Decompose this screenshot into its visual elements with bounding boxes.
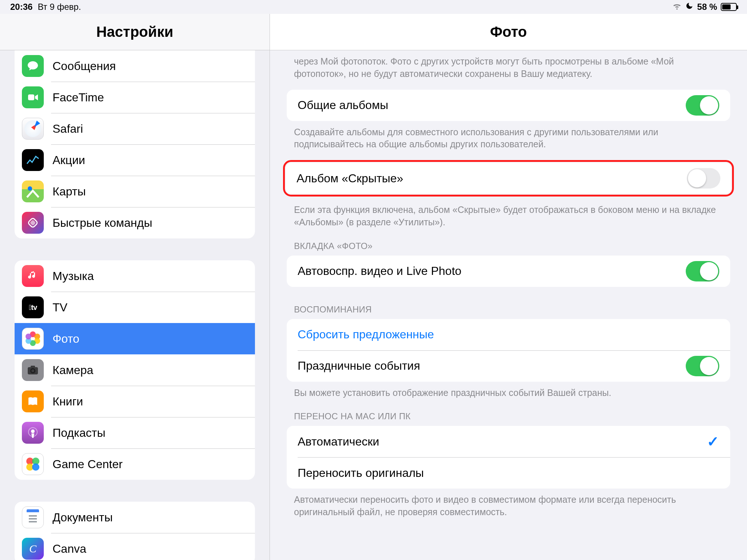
photostream-description: через Мой фотопоток. Фото с других устро… <box>287 50 730 80</box>
sidebar-item-label: Книги <box>53 395 83 408</box>
section-transfer: ПЕРЕНОС НА MAC ИЛИ ПК <box>287 399 730 426</box>
maps-icon <box>22 180 44 202</box>
svg-point-8 <box>31 429 35 433</box>
sidebar-item-label: Game Center <box>53 458 123 471</box>
sidebar-item-label: Акции <box>53 153 85 167</box>
sidebar-item-label: Safari <box>53 122 83 136</box>
status-time: 20:36 <box>10 2 32 12</box>
sidebar-item-camera[interactable]: Камера <box>15 354 255 386</box>
transfer-description: Автоматически переносить фото и видео в … <box>287 489 730 518</box>
sidebar-item-music[interactable]: Музыка <box>15 260 255 292</box>
sidebar-item-podcasts[interactable]: Подкасты <box>15 417 255 448</box>
sidebar-item-canva[interactable]: C Canva <box>15 533 255 560</box>
sidebar-item-safari[interactable]: Safari <box>15 113 255 144</box>
status-bar: 20:36 Вт 9 февр. 58 % <box>0 0 747 14</box>
safari-icon <box>22 118 44 140</box>
sidebar-title: Настройки <box>0 14 270 50</box>
sidebar-item-facetime[interactable]: FaceTime <box>15 82 255 113</box>
sidebar-item-label: Документы <box>53 511 113 524</box>
sidebar-item-photos[interactable]: Фото <box>15 323 255 354</box>
music-icon <box>22 265 44 287</box>
page-title: Фото <box>270 14 747 50</box>
do-not-disturb-icon <box>685 2 693 12</box>
holiday-events-row[interactable]: Праздничные события <box>287 350 730 382</box>
section-photo-tab: ВКЛАДКА «ФОТО» <box>287 229 730 256</box>
battery-percent: 58 % <box>697 2 717 12</box>
checkmark-icon: ✓ <box>707 433 719 450</box>
shared-albums-description: Создавайте альбомы для совместного испол… <box>287 121 730 151</box>
canva-icon: C <box>22 538 44 560</box>
shared-albums-toggle[interactable] <box>686 95 719 116</box>
documents-icon <box>22 506 44 528</box>
sidebar-item-label: TV <box>53 301 67 314</box>
status-date: Вт 9 февр. <box>38 2 81 12</box>
stocks-icon <box>22 149 44 171</box>
sidebar-item-gamecenter[interactable]: Game Center <box>15 448 255 480</box>
books-icon <box>22 390 44 412</box>
sidebar-item-label: Canva <box>53 542 86 556</box>
sidebar-item-label: Подкасты <box>53 426 105 440</box>
holiday-events-label: Праздничные события <box>298 359 420 373</box>
photos-icon <box>22 328 44 350</box>
sidebar-item-maps[interactable]: Карты <box>15 176 255 207</box>
transfer-originals-row[interactable]: Переносить оригиналы <box>287 457 730 489</box>
holiday-events-description: Вы можете установить отображение праздни… <box>287 382 730 399</box>
gamecenter-icon <box>22 453 44 475</box>
shared-albums-row[interactable]: Общие альбомы <box>287 90 730 121</box>
reset-suggested-label: Сбросить предложенные <box>298 328 434 341</box>
svg-rect-7 <box>31 366 35 368</box>
shared-albums-label: Общие альбомы <box>298 98 388 112</box>
facetime-icon <box>22 86 44 108</box>
wifi-icon <box>672 2 682 12</box>
sidebar-item-books[interactable]: Книги <box>15 386 255 417</box>
sidebar-item-label: Быстрые команды <box>53 216 152 230</box>
sidebar-item-stocks[interactable]: Акции <box>15 144 255 176</box>
reset-suggested-row[interactable]: Сбросить предложенные <box>287 319 730 350</box>
sidebar-item-messages[interactable]: Сообщения <box>15 50 255 82</box>
svg-point-6 <box>31 369 34 372</box>
section-memories: ВОСПОМИНАНИЯ <box>287 287 730 319</box>
hidden-album-label: Альбом «Скрытые» <box>297 172 403 185</box>
transfer-automatic-row[interactable]: Автоматически ✓ <box>287 426 730 457</box>
sidebar-item-label: Фото <box>53 332 80 346</box>
sidebar-item-label: Музыка <box>53 269 94 283</box>
sidebar-item-label: FaceTime <box>53 91 104 104</box>
highlight-box: Альбом «Скрытые» <box>283 160 734 197</box>
sidebar-item-tv[interactable]: tv TV <box>15 292 255 323</box>
settings-sidebar: Сообщения FaceTime Safari Акции <box>0 50 270 560</box>
messages-icon <box>22 55 44 77</box>
shortcuts-icon <box>22 212 44 234</box>
svg-rect-3 <box>30 220 36 226</box>
svg-rect-0 <box>28 94 34 100</box>
svg-point-1 <box>28 186 32 191</box>
podcasts-icon <box>22 422 44 444</box>
hidden-album-description: Если эта функция включена, альбом «Скрыт… <box>287 200 730 229</box>
sidebar-item-label: Сообщения <box>53 59 116 73</box>
sidebar-item-label: Карты <box>53 185 86 198</box>
sidebar-item-documents[interactable]: Документы <box>15 502 255 533</box>
autoplay-toggle[interactable] <box>686 261 719 281</box>
sidebar-item-label: Камера <box>53 363 93 377</box>
hidden-album-row[interactable]: Альбом «Скрытые» <box>286 163 731 194</box>
battery-icon <box>721 3 737 11</box>
tv-icon: tv <box>22 296 44 318</box>
transfer-automatic-label: Автоматически <box>298 435 379 448</box>
autoplay-row[interactable]: Автовоспр. видео и Live Photo <box>287 256 730 287</box>
transfer-originals-label: Переносить оригиналы <box>298 466 424 480</box>
autoplay-label: Автовоспр. видео и Live Photo <box>298 264 461 278</box>
camera-icon <box>22 359 44 381</box>
hidden-album-toggle[interactable] <box>687 168 720 188</box>
holiday-events-toggle[interactable] <box>686 356 719 376</box>
settings-detail: через Мой фотопоток. Фото с других устро… <box>270 50 747 560</box>
sidebar-item-shortcuts[interactable]: Быстрые команды <box>15 207 255 238</box>
